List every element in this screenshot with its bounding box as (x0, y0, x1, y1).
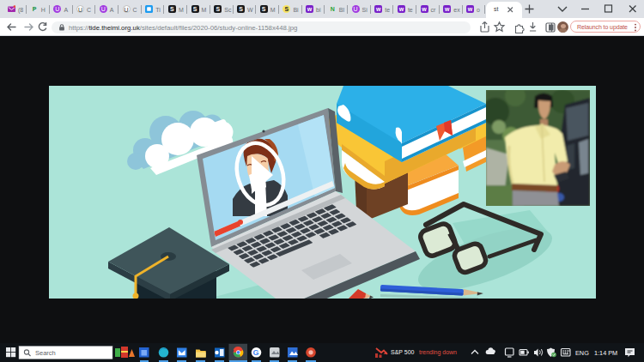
svg-text:S&P 500: S&P 500 (391, 349, 415, 355)
svg-text:trending down: trending down (419, 349, 457, 356)
svg-text:Search: Search (35, 349, 56, 357)
svg-text:1:14 PM: 1:14 PM (594, 349, 617, 357)
svg-text:G: G (253, 348, 259, 357)
svg-text:ENG: ENG (575, 349, 589, 357)
